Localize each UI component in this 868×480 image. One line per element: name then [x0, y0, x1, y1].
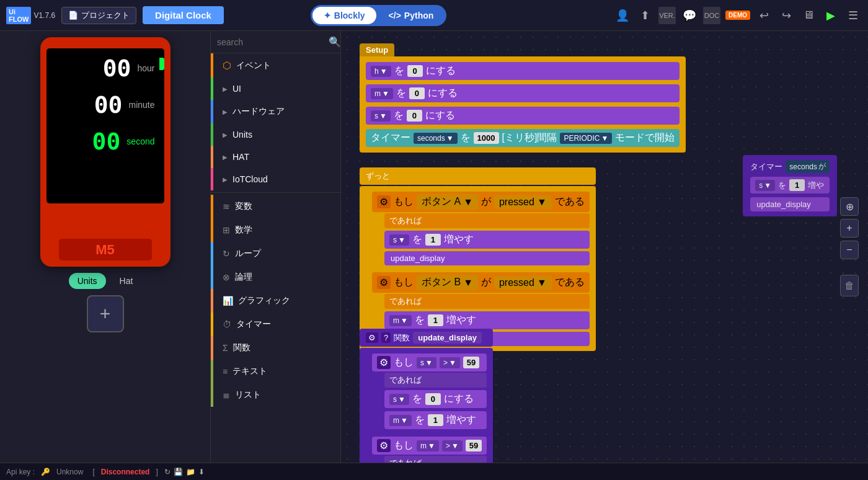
crosshair-btn[interactable]: ⊕ [840, 197, 859, 216]
project-name-button[interactable]: Digital Clock [143, 6, 224, 24]
palette-item-variables[interactable]: ≋ 変数 [211, 195, 340, 218]
s-reset-val[interactable]: 0 [425, 393, 441, 405]
s-inc-dropdown[interactable]: s ▼ [389, 234, 409, 246]
periodic-dropdown[interactable]: PERIODIC ▼ [560, 133, 612, 144]
search-icon[interactable]: 🔍 [329, 36, 341, 48]
palette-item-loop[interactable]: ↻ ループ [211, 242, 340, 265]
gt2-dropdown[interactable]: > ▼ [442, 440, 463, 451]
float-update-display[interactable]: update_display [750, 197, 830, 211]
wo-reset-s: を [412, 393, 422, 406]
version-icon[interactable]: VER. [658, 7, 676, 24]
m-cond2-val[interactable]: 59 [466, 440, 482, 451]
palette-item-iotcloud[interactable]: ▶ IoTCloud [211, 168, 340, 190]
float-val[interactable]: 1 [789, 179, 805, 191]
if-b-header[interactable]: ⚙ もし ボタン B ▼ が pressed ▼ である [372, 272, 590, 293]
palette-item-event[interactable]: ⬡ イベント [211, 53, 340, 78]
palette-item-function[interactable]: Σ 関数 [211, 336, 340, 360]
set-s-block[interactable]: s ▼ を 0 にする [366, 107, 680, 125]
doc-icon[interactable]: DOC [703, 7, 720, 24]
project-button[interactable]: 📄 プロジェクト [61, 7, 136, 24]
search-input[interactable] [217, 37, 326, 47]
m-inc-val[interactable]: 1 [428, 314, 443, 326]
menu-icon[interactable]: ☰ [844, 7, 862, 24]
if-a-header[interactable]: ⚙ もし ボタン A ▼ が pressed ▼ である [372, 192, 590, 212]
zoom-out-btn[interactable]: − [840, 241, 859, 259]
if-s-label: もし [394, 356, 414, 369]
floating-timer-block[interactable]: タイマー seconds が s ▼ を 1 増や update_display [743, 155, 837, 216]
m-cond-dropdown[interactable]: m ▼ [389, 415, 412, 426]
screen-icon[interactable]: 🖥 [800, 7, 817, 24]
s-dropdown[interactable]: s ▼ [371, 110, 391, 122]
undo-icon[interactable]: ↩ [755, 7, 773, 24]
update-display-a[interactable]: update_display [384, 251, 590, 265]
set-h-block[interactable]: h ▼ を 0 にする [366, 62, 680, 80]
inc-m-cond-block[interactable]: m ▼ を 1 増やす [384, 411, 487, 429]
add-unit-icon: + [100, 303, 111, 324]
m-arrow: ▼ [382, 89, 389, 98]
pressed-b-block[interactable]: pressed ▼ [494, 276, 552, 290]
refresh-icon[interactable]: ↻ [164, 468, 170, 476]
if-m-header[interactable]: ⚙ もし m ▼ > ▼ 59 [372, 437, 487, 455]
reset-s-block[interactable]: s ▼ を 0 にする [384, 390, 487, 408]
palette-item-logic[interactable]: ⊗ 論理 [211, 265, 340, 289]
set-m-block[interactable]: m ▼ を 0 にする [366, 84, 680, 102]
float-seconds-dropdown[interactable]: seconds が [786, 160, 830, 173]
palette-item-ui[interactable]: ▶ UI [211, 78, 340, 100]
user-icon[interactable]: 👤 [614, 7, 631, 24]
pressed-a-block[interactable]: pressed ▼ [494, 195, 552, 209]
palette-item-hat[interactable]: ▶ HAT [211, 146, 340, 168]
timer-block[interactable]: タイマー seconds ▼ を 1000 [ミリ秒]間隔 PERIODIC ▼… [366, 129, 680, 147]
m-dropdown[interactable]: m ▼ [371, 88, 393, 99]
folder-icon[interactable]: 📁 [186, 468, 195, 476]
run-icon[interactable]: ▶ [822, 7, 839, 24]
palette-item-math[interactable]: ⊞ 数学 [211, 218, 340, 242]
save-icon[interactable]: 💾 [174, 468, 183, 476]
text-label: テキスト [232, 366, 267, 377]
loop-section: ずっと ⚙ もし ボタン A ▼ が p [360, 167, 596, 351]
python-tab[interactable]: </> Python [378, 7, 445, 24]
zoom-in-btn[interactable]: + [840, 219, 859, 238]
trash-btn[interactable]: 🗑 [840, 275, 859, 296]
interval-value[interactable]: 1000 [474, 132, 499, 144]
palette-item-timer[interactable]: ⏱ タイマー [211, 313, 340, 336]
s-cond-val[interactable]: 59 [463, 357, 479, 368]
if-s-header[interactable]: ⚙ もし s ▼ > ▼ 59 [372, 353, 487, 371]
hour-label: hour [137, 63, 154, 73]
palette-item-text[interactable]: ≡ テキスト [211, 360, 340, 383]
upload-icon[interactable]: ⬆ [636, 7, 653, 24]
add-unit-button[interactable]: + [87, 295, 124, 332]
m-cond2-dropdown[interactable]: m ▼ [417, 440, 439, 451]
palette-item-list[interactable]: ≣ リスト [211, 383, 340, 407]
units-tab[interactable]: Units [69, 273, 106, 289]
redo-icon[interactable]: ↪ [777, 7, 795, 24]
blockly-tab[interactable]: ✦ Blockly [312, 7, 376, 24]
float-s-block[interactable]: s ▼ を 1 増や [750, 177, 830, 193]
float-s-dropdown[interactable]: s ▼ [755, 180, 775, 191]
button-b-block[interactable]: ボタン B ▼ [417, 275, 478, 290]
button-a-block[interactable]: ボタン A ▼ [417, 194, 478, 210]
loop-label-block[interactable]: ずっと [360, 167, 596, 185]
inc-s-block[interactable]: s ▼ を 1 増やす [384, 231, 590, 249]
hat-tab[interactable]: Hat [111, 273, 142, 289]
h-value[interactable]: 0 [407, 65, 423, 77]
hardware-label: ハードウェア [232, 106, 285, 117]
gt-dropdown[interactable]: > ▼ [440, 357, 460, 368]
s-cond-dropdown[interactable]: s ▼ [417, 357, 436, 368]
m-value[interactable]: 0 [409, 87, 425, 99]
seconds-dropdown[interactable]: seconds ▼ [414, 133, 458, 144]
s-reset-dropdown[interactable]: s ▼ [389, 394, 409, 405]
palette-item-units[interactable]: ▶ Units [211, 123, 340, 146]
h-dropdown[interactable]: h ▼ [371, 66, 391, 77]
m-cond-val[interactable]: 1 [428, 414, 443, 426]
download-icon[interactable]: ⬇ [198, 468, 205, 476]
palette-item-graphics[interactable]: 📊 グラフィック [211, 289, 340, 313]
gear-icon-a: ⚙ [377, 195, 391, 208]
m-inc-dropdown[interactable]: m ▼ [389, 315, 412, 326]
s-value[interactable]: 0 [407, 110, 422, 122]
inc-m-block[interactable]: m ▼ を 1 増やす [384, 311, 590, 329]
func-header[interactable]: ⚙ ? 関数 update_display [360, 329, 493, 347]
palette-item-hardware[interactable]: ▶ ハードウェア [211, 100, 340, 123]
bracket-left: [ [92, 468, 94, 476]
chat-icon[interactable]: 💬 [681, 7, 698, 24]
s-inc-val[interactable]: 1 [425, 234, 441, 246]
